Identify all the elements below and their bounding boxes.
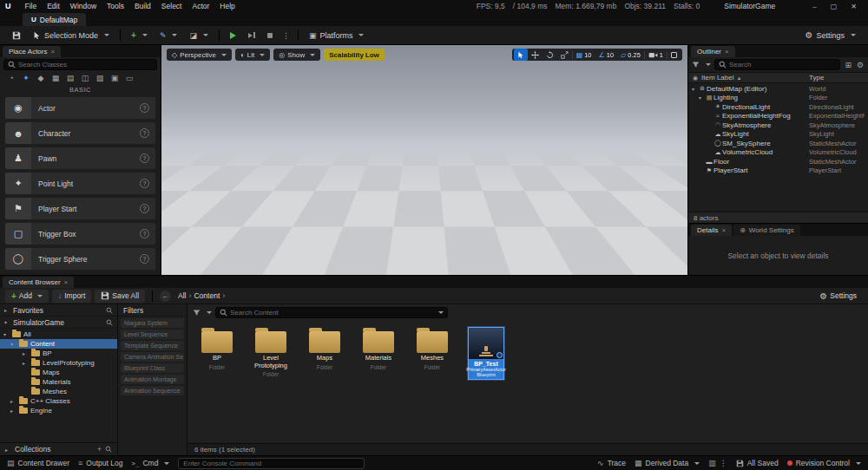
back-button[interactable]: ← [160,290,171,302]
resource-usage-button[interactable]: ▥ ⋮ [708,459,727,467]
view-mode-dropdown[interactable]: ◐ Lit [235,49,270,61]
show-dropdown[interactable]: ◎ Show [273,49,320,61]
expander-arrow-icon[interactable]: ▸ [4,307,10,313]
expander-arrow-icon[interactable]: ▸ [5,447,11,453]
breadcrumb-item[interactable]: Content › [194,291,227,300]
menu-item[interactable]: File [20,2,43,10]
perspective-dropdown[interactable]: ◇ Perspective [167,49,232,61]
place-actor-item[interactable]: ⚑ Player Start ? [4,197,156,220]
type-column-header[interactable]: Type [809,74,865,82]
revision-control-button[interactable]: Revision Control [787,459,861,467]
place-actor-item[interactable]: ◉ Actor ? [4,96,156,120]
expander-arrow-icon[interactable]: ▸ [10,408,16,414]
tab-details[interactable]: Details × [691,225,732,236]
category-icon[interactable]: ✦ [20,73,32,83]
help-icon[interactable]: ? [140,128,149,138]
category-icon[interactable]: ◔ [5,73,17,83]
place-actor-item[interactable]: ◯ Trigger Sphere ? [4,247,156,271]
blueprints-button[interactable]: ✎ [155,29,183,42]
expander-arrow-icon[interactable]: ▸ [23,350,29,356]
place-actor-item[interactable]: ▢ Trigger Box ? [4,222,156,245]
favorites-header[interactable]: ▸ Favorites [0,304,117,317]
close-icon[interactable]: × [725,48,729,55]
settings-dropdown[interactable]: ⚙ Settings [800,29,862,42]
menu-item[interactable]: Select [156,2,187,10]
expander-arrow-icon[interactable]: ▾ [699,95,705,101]
filter-item[interactable]: Level Sequence [121,330,184,339]
menu-item[interactable]: Help [214,2,240,10]
play-options-kebab[interactable]: ⋮ [279,31,293,40]
menu-item[interactable]: Tools [102,2,129,10]
category-icon[interactable]: ◫ [79,73,91,83]
console-command-input[interactable] [183,460,359,467]
expander-arrow-icon[interactable]: ▸ [23,360,29,366]
viewport[interactable]: ◇ Perspective ◐ Lit ◎ Show Scalability L… [161,45,687,275]
move-tool-button[interactable] [528,49,542,61]
filter-icon[interactable] [193,309,201,317]
folder-tree-row[interactable]: ▾ All [0,330,117,339]
expander-arrow-icon[interactable]: ▾ [3,331,10,337]
folder-tile[interactable]: Meshes Folder [411,327,453,370]
tab-place-actors[interactable]: Place Actors × [3,46,61,57]
chevron-down-icon[interactable] [438,311,444,314]
platforms-dropdown[interactable]: ▣ Platforms [304,29,370,42]
expander-arrow-icon[interactable]: ▾ [4,319,10,325]
item-label-column-header[interactable]: Item Label ▲ [701,74,806,82]
derived-data-dropdown[interactable]: ▦ Derived Data [635,459,700,467]
chevron-down-icon[interactable] [706,63,711,66]
folder-tile[interactable]: Materials Folder [358,327,399,370]
place-actor-item[interactable]: ☻ Character ? [4,121,156,145]
camera-speed-button[interactable]: 1 [645,49,667,61]
folder-tile[interactable]: Maps Folder [304,327,345,370]
all-saved-indicator[interactable]: All Saved [736,459,779,467]
help-icon[interactable]: ? [140,204,149,213]
folder-tree-row[interactable]: Maps [0,368,117,377]
help-icon[interactable]: ? [140,179,149,188]
outliner-row[interactable]: ☁ SkyLight SkyLight [688,130,868,140]
outliner-row[interactable]: ▾ ▤ Lighting Folder [688,94,868,103]
minimize-button[interactable]: – [806,3,822,10]
folder-tree-row[interactable]: ▸ LevelPrototyping [0,358,117,368]
category-icon[interactable]: ▧ [94,73,106,83]
outliner-settings-icon[interactable]: ⚙ [856,61,865,69]
chevron-down-icon[interactable] [207,311,212,314]
maximize-button[interactable]: ▢ [825,3,844,10]
import-button[interactable]: ↓ Import [52,290,91,303]
category-icon[interactable]: ▦ [49,73,62,83]
search-classes-input[interactable] [18,61,153,69]
search-icon[interactable] [106,319,113,326]
outliner-row[interactable]: ▬ Floor StaticMeshActor [688,157,868,166]
filter-item[interactable]: Niagara System [121,318,184,328]
filter-item[interactable]: Blueprint Class [121,363,184,373]
selection-mode-dropdown[interactable]: Selection Mode [28,29,115,42]
add-content-button[interactable]: + [126,29,153,42]
trace-button[interactable]: ∿ Trace [597,459,626,467]
folder-tree-row[interactable]: ▸ BP [0,349,117,358]
expander-arrow-icon[interactable]: ▾ [692,86,698,92]
close-icon[interactable]: × [721,226,726,234]
help-icon[interactable]: ? [140,254,149,264]
outliner-row[interactable]: ☁ VolumetricCloud VolumetricCloud [688,148,868,158]
filter-item[interactable]: Template Sequence [121,341,184,350]
outliner-row[interactable]: ◠ SkyAtmosphere SkyAtmosphere [688,121,868,130]
category-icon[interactable]: ▣ [108,73,121,83]
folder-tree-row[interactable]: Materials [0,377,117,387]
filter-icon[interactable] [692,61,700,69]
folder-tile[interactable]: BP Folder [196,327,238,370]
search-content-input[interactable] [230,309,433,317]
outliner-search-input[interactable] [729,61,836,69]
category-icon[interactable]: ▤ [64,73,76,83]
content-browser-settings[interactable]: ⚙ Settings [813,290,863,303]
outliner-row[interactable]: ◯ SM_SkySphere StaticMeshActor [688,139,868,148]
select-tool-button[interactable] [514,49,528,61]
menu-item[interactable]: Window [65,2,102,10]
outliner-row[interactable]: ≈ ExponentialHeightFog ExponentialHeight… [688,112,868,121]
asset-tile-selected[interactable]: BP_Test PrimaryAssetActor Blueprint [465,327,507,380]
cinematics-button[interactable]: ◪ [184,29,214,42]
folder-tree-row[interactable]: ▸ C++ Classes [0,396,117,406]
tab-content-browser[interactable]: Content Browser × [3,277,74,288]
save-all-button[interactable]: Save All [95,290,145,303]
place-actor-item[interactable]: ♟ Pawn ? [4,147,156,170]
close-icon[interactable]: × [50,48,55,55]
expander-arrow-icon[interactable]: ▾ [10,341,16,347]
